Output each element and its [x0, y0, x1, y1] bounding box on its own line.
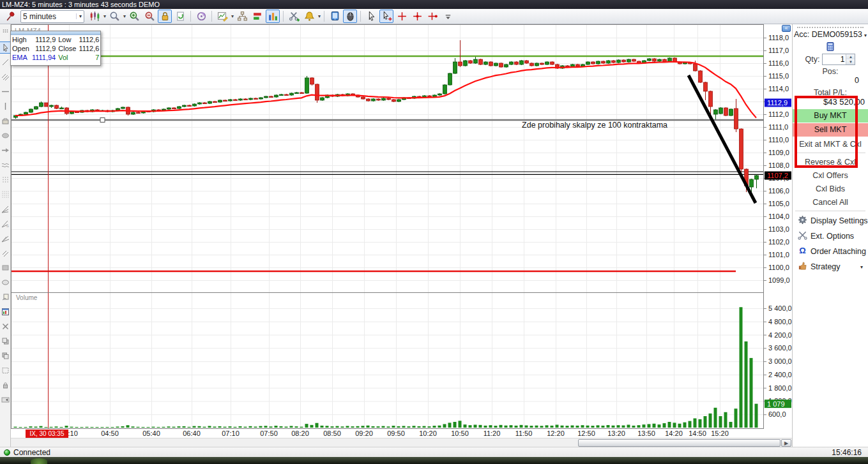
chart-type-icon[interactable]: [88, 10, 102, 23]
waves-tool-icon[interactable]: [0, 158, 10, 172]
stamp-tool-icon[interactable]: [0, 114, 10, 128]
lock-small-tool-icon[interactable]: [0, 378, 10, 393]
mouse-icon[interactable]: [343, 10, 357, 23]
chart-edit-icon[interactable]: [215, 10, 229, 23]
qty-value[interactable]: 1: [823, 54, 846, 64]
blob-tool-icon[interactable]: [0, 128, 10, 143]
layers-back-tool-icon[interactable]: [0, 348, 10, 363]
ema-price-marker: 1112,9: [765, 99, 791, 107]
time-axis[interactable]: 04:1004:5005:4006:4007:1007:5008:2008:50…: [26, 430, 729, 438]
svg-text:1101,0: 1101,0: [768, 251, 789, 258]
price-axis[interactable]: 1118,01117,01116,01115,01114,01113,01112…: [764, 24, 792, 429]
hline-tool-icon[interactable]: [0, 84, 10, 99]
lock-icon[interactable]: [158, 10, 172, 23]
vol-value: 7: [77, 53, 100, 62]
structure-icon[interactable]: [235, 10, 249, 23]
layers-front-tool-icon[interactable]: [0, 334, 10, 348]
start-orb-icon[interactable]: [31, 458, 47, 464]
scissors-icon[interactable]: [287, 10, 301, 23]
gann-fan-tool-icon[interactable]: G: [0, 216, 10, 231]
arrow-tool-icon[interactable]: [0, 143, 10, 158]
chart-window-tool-icon[interactable]: [0, 304, 10, 319]
bell-icon[interactable]: [302, 10, 316, 23]
display-settings-button[interactable]: Display Settings: [793, 213, 868, 228]
svg-text:1106,0: 1106,0: [768, 187, 789, 195]
order-attaching-button[interactable]: ΩOrder Attaching: [793, 244, 868, 259]
cxl-bids-button[interactable]: Cxl Bids: [793, 182, 868, 195]
screen-icon[interactable]: [328, 10, 342, 23]
crosshair-time-marker: IX, 30 03:35: [26, 430, 68, 438]
collapse-panel-icon[interactable]: «: [782, 25, 791, 32]
line-tool-icon[interactable]: [0, 55, 10, 70]
chevron-down-icon[interactable]: ▾: [318, 13, 321, 19]
rect-tool-icon[interactable]: [0, 260, 10, 275]
dotgrid2-tool-icon[interactable]: [0, 187, 10, 202]
indicator-icon[interactable]: [194, 10, 208, 23]
columns-icon[interactable]: [266, 10, 280, 23]
calculator-icon[interactable]: [793, 41, 868, 52]
high-value: 1112,9: [31, 35, 57, 44]
pointer-tool-icon[interactable]: [0, 42, 10, 53]
cancel-all-button[interactable]: Cancel All: [793, 195, 868, 209]
chart-area[interactable]: Zde probihaly skalpy ze 100 kontraktamaL…: [11, 24, 792, 447]
bars-icon[interactable]: [250, 10, 264, 23]
svg-text:1115,0: 1115,0: [768, 72, 789, 80]
chevron-down-icon[interactable]: ▾: [103, 13, 106, 19]
line-handle[interactable]: [100, 118, 105, 123]
strategy-button[interactable]: Strategy▾: [793, 259, 868, 274]
cross-icon[interactable]: [395, 10, 409, 23]
zoom-region-icon[interactable]: [107, 10, 121, 23]
marquee-tool-icon[interactable]: [0, 363, 10, 378]
price-volume-chart[interactable]: Zde probihaly skalpy ze 100 kontraktamaL…: [11, 24, 792, 438]
ext-options-button[interactable]: Ext. Options: [793, 228, 868, 244]
cross-dot-icon[interactable]: [410, 10, 424, 23]
sell-mkt-button[interactable]: Sell MKT: [793, 123, 868, 137]
buy-mkt-button[interactable]: Buy MKT: [793, 109, 868, 123]
svg-text:1111,0: 1111,0: [768, 123, 788, 131]
cursor-cross-icon[interactable]: [379, 10, 393, 23]
expander-tool-icon[interactable]: [0, 393, 10, 407]
reload-icon[interactable]: [173, 10, 187, 23]
zoom-in-icon[interactable]: [127, 10, 141, 23]
account-selector[interactable]: Acc: DEMO059153▾: [793, 30, 868, 39]
gear-icon: [798, 215, 807, 227]
grip-tool-icon[interactable]: [0, 26, 10, 40]
hatch2-tool-icon[interactable]: [0, 246, 10, 260]
exit-mkt-cxl-button[interactable]: Exit at MKT & Cxl: [793, 137, 868, 151]
panel-grip[interactable]: [797, 27, 864, 28]
divider: [795, 153, 865, 153]
qty-down-icon[interactable]: ▼: [846, 59, 855, 64]
fan-tool-icon[interactable]: [0, 202, 10, 216]
chevron-down-icon[interactable]: ▾: [76, 13, 82, 19]
pushpin-icon[interactable]: [3, 10, 17, 23]
zoom-out-icon[interactable]: [142, 10, 156, 23]
horizontal-scrollbar[interactable]: ▶: [11, 438, 792, 447]
overflow-icon[interactable]: [441, 10, 455, 23]
svg-text:11:20: 11:20: [483, 430, 501, 437]
scrollbar-thumb[interactable]: [578, 439, 780, 447]
chevron-down-icon[interactable]: ▾: [860, 264, 863, 270]
dotgrid-tool-icon[interactable]: [0, 172, 10, 187]
scrollbar-right-arrow-icon[interactable]: ▶: [781, 439, 791, 447]
chart-text-annotation[interactable]: Zde probihaly skalpy ze 100 kontraktama: [522, 121, 667, 130]
svg-text:1117,0: 1117,0: [768, 47, 789, 54]
reverse-cxl-button[interactable]: Reverse & Cxl: [793, 155, 868, 168]
quantity-stepper[interactable]: 1 ▲▼: [822, 54, 855, 65]
interval-combobox[interactable]: 5 minutes▾: [20, 10, 84, 23]
fan2-tool-icon[interactable]: [0, 231, 10, 246]
ohlc-info-box: High 1112,9 Low 1112,6 Open 1112,9 Close…: [10, 31, 101, 66]
hatch-tool-icon[interactable]: [0, 70, 10, 84]
ellipse-tool-icon[interactable]: [0, 275, 10, 290]
cross-dot-right-icon[interactable]: [425, 10, 439, 23]
vline-tool-icon[interactable]: [0, 99, 10, 114]
note-tool-icon[interactable]: [0, 290, 10, 304]
cursor-icon[interactable]: [364, 10, 378, 23]
delete-x-tool-icon[interactable]: [0, 319, 10, 334]
order-entry-panel: Acc: DEMO059153▾ Qty: 1 ▲▼ Pos: 0 Total …: [792, 24, 868, 447]
taskbar-sliver[interactable]: [0, 457, 868, 464]
cxl-offers-button[interactable]: Cxl Offers: [793, 168, 868, 182]
chevron-down-icon[interactable]: ▾: [123, 13, 126, 19]
qty-up-icon[interactable]: ▲: [846, 54, 855, 59]
menu-item-label: Order Attaching: [811, 247, 866, 256]
chevron-down-icon[interactable]: ▾: [231, 13, 234, 19]
